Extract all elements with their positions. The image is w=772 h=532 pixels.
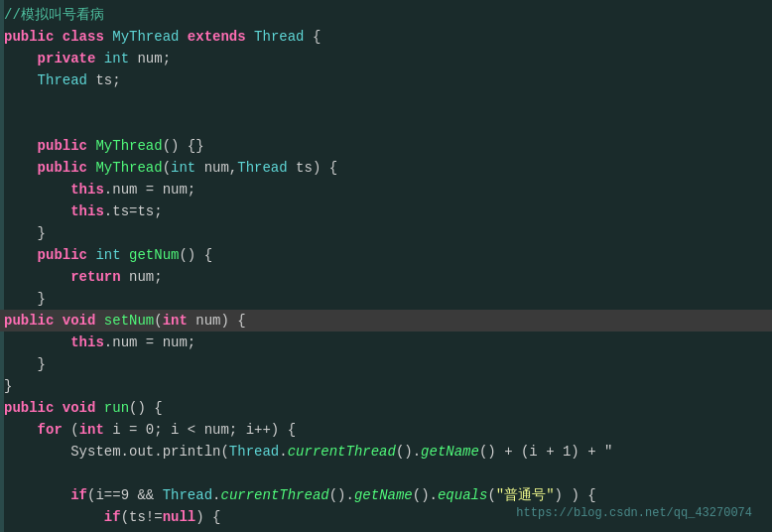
code-text: extends: [188, 29, 254, 45]
code-text: int: [95, 247, 129, 263]
code-text: public: [4, 313, 63, 329]
code-text: Thread: [237, 160, 287, 176]
code-text: [4, 269, 70, 285]
code-text: num;: [137, 51, 171, 66]
code-line-12: public int getNum() {: [0, 244, 772, 266]
code-line-20: System.out.println(Thread.currentThread(…: [0, 441, 772, 463]
code-text: num,: [204, 160, 238, 176]
code-text: ts) {: [288, 160, 337, 176]
code-text: ().: [396, 444, 421, 460]
code-line-18: public void run() {: [0, 397, 772, 419]
code-line-3: private int num;: [0, 48, 772, 69]
code-text: [4, 334, 70, 350]
code-text: (: [163, 160, 171, 176]
code-text: .ts=ts;: [104, 203, 163, 219]
code-text: [4, 116, 12, 132]
code-text: currentThread: [220, 487, 328, 503]
code-text: .: [212, 487, 220, 503]
code-text: run: [104, 400, 129, 416]
code-text: int: [79, 422, 113, 438]
code-text: [4, 203, 70, 219]
code-text: //模拟叫号看病: [4, 6, 104, 24]
code-text: ) {: [195, 509, 220, 525]
code-text: num;: [129, 269, 163, 285]
code-text: ().: [413, 487, 438, 503]
code-line-17: }: [0, 353, 772, 375]
code-text: Thread: [163, 487, 212, 503]
code-text: }: [4, 378, 12, 394]
code-text: void: [63, 313, 104, 329]
code-text: void: [63, 400, 104, 416]
code-line-15: public void setNum(int num) {: [0, 310, 772, 332]
code-text: private: [38, 51, 104, 66]
code-line-11: }: [0, 222, 772, 244]
code-text: .num = num;: [104, 182, 195, 198]
code-text: () {: [179, 247, 212, 263]
code-editor: //模拟叫号看病 public class MyThread extends T…: [0, 0, 772, 532]
code-text: (: [487, 487, 495, 503]
code-line-22: if(i==9 && Thread.currentThread().getNam…: [0, 484, 772, 506]
code-text: MyThread: [95, 138, 162, 154]
code-line-8: public MyThread(int num,Thread ts) {: [0, 157, 772, 179]
code-text: ().: [329, 487, 354, 503]
code-text: .num = num;: [104, 334, 195, 350]
code-text: [4, 247, 38, 263]
code-line-10: this.ts=ts;: [0, 200, 772, 222]
code-text: .: [279, 444, 287, 460]
code-text: this: [70, 334, 104, 350]
code-line-17b: }: [0, 375, 772, 397]
code-text: System.out.println(: [4, 444, 229, 460]
code-text: null: [163, 509, 196, 525]
code-text: Thread: [38, 72, 87, 88]
code-text: getName: [354, 487, 413, 503]
code-text: MyThread: [112, 29, 188, 45]
code-text: [4, 94, 12, 110]
code-text: [4, 138, 38, 154]
code-line-1: //模拟叫号看病: [0, 4, 772, 26]
code-line-7: public MyThread() {}: [0, 135, 772, 157]
code-line-9: this.num = num;: [0, 179, 772, 200]
code-text: [4, 51, 38, 66]
code-text: () + (i + 1) + ": [479, 444, 612, 460]
code-text: }: [4, 225, 46, 241]
code-text: public: [38, 160, 96, 176]
watermark: https://blog.csdn.net/qq_43270074: [516, 506, 752, 520]
code-text: }: [4, 291, 46, 307]
code-text: ) ) {: [555, 487, 596, 503]
code-text: [4, 466, 12, 481]
code-text: {: [305, 29, 322, 45]
code-text: public: [4, 29, 63, 45]
code-text: (ts!=: [121, 509, 163, 525]
code-line-13: return num;: [0, 266, 772, 288]
code-text: public: [38, 247, 96, 263]
code-text: equals: [438, 487, 487, 503]
code-text: if: [70, 487, 87, 503]
code-text: [4, 72, 38, 88]
code-text: (: [70, 422, 78, 438]
code-line-4: Thread ts;: [0, 69, 772, 91]
code-text: getNum: [129, 247, 179, 263]
code-text: this: [70, 182, 104, 198]
code-text: [4, 182, 70, 198]
code-text: currentThread: [288, 444, 396, 460]
code-text: (: [154, 313, 162, 329]
code-text: }: [4, 356, 46, 372]
code-line-16: this.num = num;: [0, 332, 772, 353]
code-text: getName: [421, 444, 479, 460]
code-text: [4, 422, 38, 438]
code-line-5: [0, 91, 772, 113]
code-line-21: [0, 463, 772, 484]
code-text: Thread: [254, 29, 304, 45]
code-text: () {}: [163, 138, 204, 154]
code-text: for: [38, 422, 71, 438]
code-text: int: [104, 51, 138, 66]
code-text: (i==9 &&: [87, 487, 163, 503]
code-text: if: [104, 509, 121, 525]
code-line-6: [0, 113, 772, 135]
code-text: Thread: [229, 444, 279, 460]
code-text: this: [70, 203, 104, 219]
code-text: public: [4, 400, 63, 416]
code-line-19: for (int i = 0; i < num; i++) {: [0, 419, 772, 441]
code-text: i = 0; i < num; i++) {: [112, 422, 296, 438]
code-text: return: [70, 269, 129, 285]
